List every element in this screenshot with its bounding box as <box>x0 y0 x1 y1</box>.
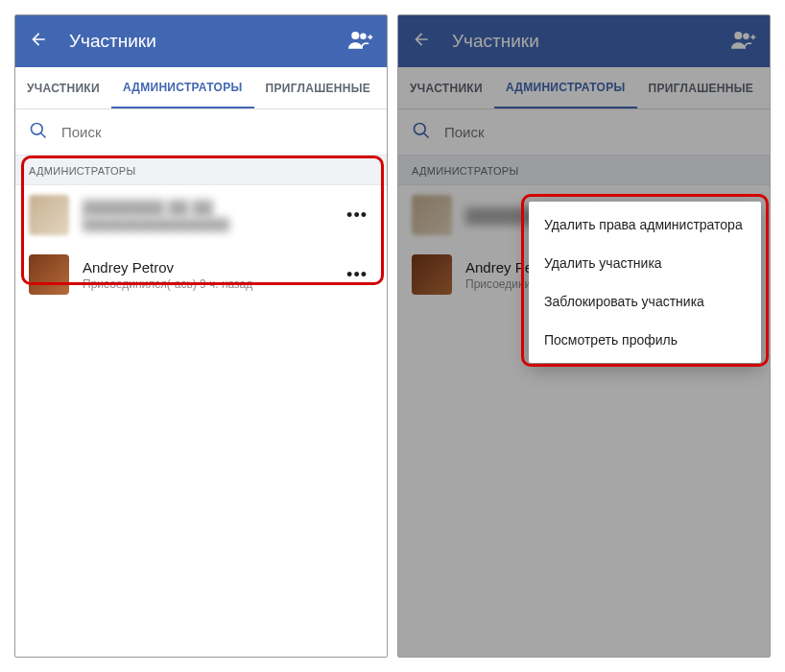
search-icon <box>29 121 48 144</box>
tab-blocked[interactable]: ЗАБЛОКИ <box>382 67 387 108</box>
tab-members[interactable]: УЧАСТНИКИ <box>15 67 111 108</box>
app-header: Участники <box>15 15 387 67</box>
add-members-icon[interactable] <box>348 29 373 54</box>
right-screenshot: Участники УЧАСТНИКИ АДМИНИСТРАТОРЫ ПРИГЛ… <box>397 14 771 658</box>
search-input[interactable] <box>61 124 373 140</box>
search-bar[interactable] <box>15 109 387 156</box>
context-menu: Удалить права администратора Удалить уча… <box>529 202 761 363</box>
svg-line-3 <box>41 132 46 137</box>
menu-block-member[interactable]: Заблокировать участника <box>529 282 761 321</box>
menu-remove-member[interactable]: Удалить участника <box>529 244 761 282</box>
tab-invited[interactable]: ПРИГЛАШЕННЫЕ <box>254 67 383 108</box>
avatar <box>29 254 69 295</box>
left-screenshot: Участники УЧАСТНИКИ АДМИНИСТРАТОРЫ ПРИГЛ… <box>14 14 388 658</box>
admin-subtitle: Присоединился(-ась) 9 ч. назад <box>83 277 341 291</box>
avatar <box>29 195 69 235</box>
svg-point-2 <box>32 123 43 134</box>
menu-view-profile[interactable]: Посмотреть профиль <box>529 321 761 359</box>
admin-row[interactable]: Andrey Petrov Присоединился(-ась) 9 ч. н… <box>15 245 387 304</box>
menu-remove-admin[interactable]: Удалить права администратора <box>529 205 761 244</box>
header-title: Участники <box>69 31 156 52</box>
section-header-admins: АДМИНИСТРАТОРЫ <box>15 156 387 185</box>
admin-subtitle: ██████████████████ <box>83 218 341 231</box>
tab-admins[interactable]: АДМИНИСТРАТОРЫ <box>111 67 254 108</box>
admin-name: ████████ ██ ██ <box>83 200 341 216</box>
admin-row[interactable]: ████████ ██ ██ ██████████████████ ••• <box>15 185 387 245</box>
svg-point-0 <box>351 32 359 39</box>
back-arrow-icon[interactable] <box>29 30 48 53</box>
tab-bar: УЧАСТНИКИ АДМИНИСТРАТОРЫ ПРИГЛАШЕННЫЕ ЗА… <box>15 67 387 109</box>
svg-point-1 <box>360 34 367 40</box>
more-icon[interactable]: ••• <box>341 200 373 231</box>
admin-name: Andrey Petrov <box>83 259 341 276</box>
more-icon[interactable]: ••• <box>341 259 373 291</box>
